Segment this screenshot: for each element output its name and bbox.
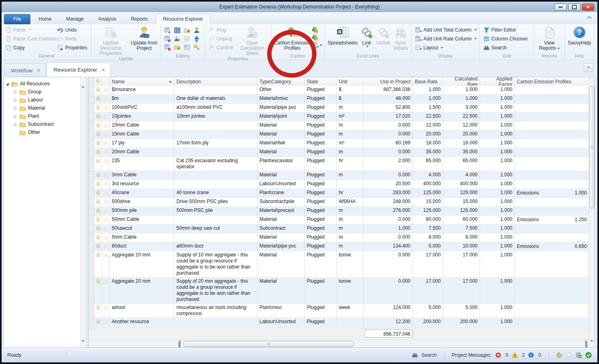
paste-button[interactable]: Paste — [4, 25, 55, 34]
row-indicator[interactable] — [89, 224, 94, 233]
plug-button[interactable]: Plug — [207, 25, 235, 34]
redo-button[interactable]: Redo — [55, 34, 89, 43]
expand-icon[interactable] — [13, 106, 17, 110]
row-indicator[interactable] — [89, 157, 94, 171]
ribbon-tab-manage[interactable]: Manage — [59, 14, 90, 24]
expand-icon[interactable] — [13, 114, 17, 118]
expand-icon[interactable] — [13, 90, 17, 94]
close-tab-icon[interactable]: ✕ — [101, 67, 105, 73]
table-row[interactable]: Another resourceLabour\UnsortedPlugged12… — [89, 318, 589, 327]
column-header-base-rate[interactable]: Base Rate — [413, 77, 443, 86]
scroll-down-icon[interactable] — [590, 342, 594, 346]
row-indicator[interactable] — [89, 130, 94, 139]
scroll-up-icon[interactable] — [590, 79, 594, 83]
row-indicator[interactable] — [89, 180, 94, 189]
tab-resource-explorer[interactable]: Resource Explorer✕ — [47, 62, 110, 77]
remove-carbon-profile-icon[interactable] — [311, 34, 319, 41]
move-up-icon[interactable] — [193, 36, 200, 42]
open-calculation-sheet-button[interactable]: Open Calculation Sheet — [235, 25, 269, 56]
table-row[interactable]: 235Cat 235 excavator excluding operatorP… — [89, 157, 589, 171]
table-row[interactable]: Aggregate 20 mmSupply of 20 mm aggregate… — [89, 277, 589, 304]
table-row[interactable]: $InsuranceOtherPlugged$887,366.0361.0001… — [89, 86, 589, 95]
table-row[interactable]: 10mm CableMaterialPluggedm0.00012.00012.… — [89, 121, 589, 130]
lock-column-header[interactable] — [94, 77, 102, 86]
properties-button[interactable]: Properties — [55, 43, 89, 52]
column-header-use-in-project[interactable]: Use in Project — [364, 77, 413, 86]
link-button[interactable]: Link — [359, 25, 375, 53]
row-indicator[interactable] — [89, 198, 94, 207]
tree-scrollbar[interactable] — [80, 78, 86, 347]
grid-disabled-icon[interactable] — [184, 36, 190, 42]
search-button[interactable]: Search — [482, 43, 529, 52]
table-row[interactable]: 50sawcut50mm deep saw cutSubcontractPlug… — [89, 224, 589, 233]
info-count-icon[interactable] — [528, 352, 534, 358]
table-row[interactable]: 500mm pile500mm PSC pileMaterial\precast… — [89, 207, 589, 216]
error-count[interactable]: 0 — [506, 352, 508, 358]
unlink-button[interactable]: Unlink — [375, 25, 392, 53]
undo-button[interactable]: Undo — [55, 25, 89, 34]
confirm-button[interactable]: Confirm — [207, 43, 235, 52]
vertical-scroll-thumb[interactable] — [589, 86, 595, 208]
row-indicator[interactable] — [89, 251, 94, 277]
row-indicator[interactable] — [89, 112, 94, 121]
expand-collapse-icon[interactable] — [5, 82, 9, 86]
table-row[interactable]: 15mm CableMaterialPluggedm0.00020.00020.… — [89, 130, 589, 139]
edit-table-icon[interactable] — [174, 27, 181, 34]
tree-item-group[interactable]: Group — [13, 88, 85, 96]
row-indicator[interactable] — [89, 104, 94, 112]
form-list-icon[interactable] — [184, 44, 190, 51]
add-unit-total-column-button[interactable]: Add Unit Total Column — [414, 25, 478, 34]
paste-cost-estimate-button[interactable]: Paste Cost Estimate — [4, 34, 55, 43]
table-row[interactable]: 5mm CableMaterialPluggedm0.0008.0008.000… — [89, 233, 589, 242]
table-row[interactable]: 100slotPVCø100mm slotted PVCMaterial\pip… — [89, 104, 589, 112]
column-header-unit[interactable]: Unit — [337, 77, 364, 86]
close-tab-icon[interactable]: ✕ — [36, 68, 40, 73]
row-indicator[interactable] — [89, 216, 94, 224]
column-header-name[interactable]: Name — [110, 77, 174, 86]
column-chooser-button[interactable]: Column Chooser — [482, 34, 529, 43]
add-row-icon[interactable] — [164, 27, 171, 34]
tree-item-all-resources[interactable]: All Resources — [5, 80, 85, 88]
approve-user-icon[interactable] — [174, 36, 181, 42]
dropdown-arrow-icon[interactable] — [320, 44, 322, 46]
add-carbon-profile-icon[interactable] — [311, 26, 319, 34]
expand-icon[interactable] — [13, 122, 17, 126]
column-header-carbon-emission-profiles[interactable]: Carbon Emission Profiles — [515, 77, 589, 86]
table-row[interactable]: 500driveDrive 500mm PSC pilesSubcontract… — [89, 198, 589, 207]
row-indicator[interactable] — [89, 95, 94, 104]
row-indicator[interactable] — [89, 207, 94, 216]
column-header-applied-factor[interactable]: Applied Factor — [480, 77, 515, 86]
warning-column-header[interactable] — [102, 77, 110, 86]
tree-item-other[interactable]: Other — [13, 128, 85, 136]
table-row[interactable]: $mOne dollar of materialsMaterial\miscPl… — [89, 95, 589, 104]
savvyhelp-button[interactable]: ? SavvyHelp — [567, 25, 592, 53]
copy-button[interactable]: Copy — [4, 43, 55, 52]
warning-count[interactable]: 2 — [522, 352, 525, 358]
key-icon[interactable] — [193, 44, 200, 51]
row-indicator[interactable] — [89, 277, 94, 304]
table-row[interactable]: airtoolmiscellaneous air tools including… — [89, 304, 589, 318]
table-row[interactable]: 20mm CableMaterialPluggedm0.00035.00035.… — [89, 148, 589, 157]
tree-item-plant[interactable]: Plant — [13, 112, 85, 120]
tree-item-subcontract[interactable]: Subcontract — [13, 120, 85, 128]
row-indicator[interactable] — [89, 139, 94, 148]
row-indicator[interactable] — [89, 86, 94, 95]
horizontal-scrollbar[interactable] — [89, 340, 589, 347]
table-row[interactable]: 3mm CableMaterialPluggedm0.0004.0004.000… — [89, 171, 589, 180]
row-indicator[interactable] — [89, 304, 94, 318]
sync-values-button[interactable]: Sync Values — [392, 25, 409, 53]
table-row[interactable]: 80ductø80mm ductMaterial\pipe pvcPlugged… — [89, 242, 589, 251]
ribbon-tab-resource-explorer[interactable]: Resource Explorer — [156, 14, 210, 24]
minimize-button[interactable] — [554, 4, 567, 11]
delete-row-icon[interactable] — [164, 36, 171, 42]
column-header-description[interactable]: Description — [174, 77, 257, 86]
spreadsheets-button[interactable]: Spreadsheets — [327, 25, 359, 53]
status-search-button[interactable]: Search — [421, 352, 437, 358]
table-row[interactable]: Aggregate 10 mmSupply of 10 mm aggregate… — [89, 251, 589, 277]
column-header-type-category[interactable]: Type\Category — [257, 77, 305, 86]
row-indicator[interactable] — [89, 242, 94, 251]
lock-status-icon[interactable] — [556, 352, 563, 358]
database-status-icon[interactable] — [576, 352, 582, 358]
row-indicator[interactable] — [89, 171, 94, 180]
layout-button[interactable]: Layout — [414, 43, 478, 52]
